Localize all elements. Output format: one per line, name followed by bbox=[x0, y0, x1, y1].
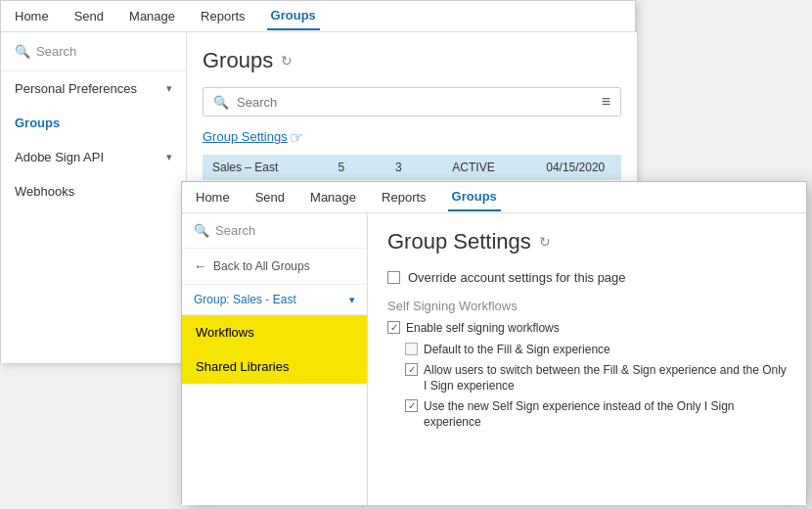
search-input[interactable] bbox=[237, 95, 594, 110]
override-row: Override account settings for this page bbox=[387, 270, 787, 285]
bg-main-title: Groups ↻ bbox=[203, 48, 621, 73]
bg-nav-groups[interactable]: Groups bbox=[267, 2, 320, 30]
back-label: Back to All Groups bbox=[213, 259, 310, 273]
page-title: Groups bbox=[203, 48, 273, 73]
foreground-window: Home Send Manage Reports Groups 🔍 Search… bbox=[181, 181, 807, 504]
new-selfsign-label: Use the new Self Sign experience instead… bbox=[424, 399, 787, 430]
sidebar-item-adobe-sign-api[interactable]: Adobe Sign API ▾ bbox=[1, 140, 186, 174]
search-icon: 🔍 bbox=[194, 223, 209, 238]
back-arrow-icon: ← bbox=[194, 258, 207, 274]
bg-sidebar-search[interactable]: 🔍 Search bbox=[1, 32, 186, 71]
fg-search-label: Search bbox=[215, 223, 255, 238]
fg-left-panel: 🔍 Search ← Back to All Groups Group: Sal… bbox=[182, 213, 368, 505]
chevron-down-icon: ▾ bbox=[349, 294, 355, 306]
fg-nav-groups[interactable]: Groups bbox=[448, 183, 501, 211]
override-label: Override account settings for this page bbox=[408, 270, 626, 285]
chevron-down-icon: ▾ bbox=[166, 82, 172, 95]
back-to-all-groups-button[interactable]: ← Back to All Groups bbox=[182, 249, 367, 285]
fg-right-title: Group Settings ↻ bbox=[387, 229, 787, 254]
override-checkbox[interactable] bbox=[387, 271, 400, 284]
menu-item-shared-libraries[interactable]: Shared Libraries bbox=[182, 349, 367, 384]
refresh-icon[interactable]: ↻ bbox=[281, 53, 293, 69]
bg-top-nav: Home Send Manage Reports Groups bbox=[1, 1, 635, 32]
checkbox-row-enable: ✓ Enable self signing workflows bbox=[387, 321, 787, 337]
bg-nav-manage[interactable]: Manage bbox=[125, 3, 179, 29]
search-icon: 🔍 bbox=[213, 95, 229, 110]
checkbox-row-new-selfsign: ✓ Use the new Self Sign experience inste… bbox=[405, 399, 787, 430]
menu-item-workflows[interactable]: Workflows bbox=[182, 315, 367, 349]
table-cell-count1: 5 bbox=[333, 161, 350, 174]
fg-layout: 🔍 Search ← Back to All Groups Group: Sal… bbox=[182, 213, 806, 505]
sidebar-item-label: Personal Preferences bbox=[15, 81, 137, 96]
bg-nav-home[interactable]: Home bbox=[11, 3, 53, 29]
group-name: Group: Sales - East bbox=[194, 293, 296, 306]
fg-nav-reports[interactable]: Reports bbox=[378, 184, 430, 210]
new-selfsign-checkbox[interactable]: ✓ bbox=[405, 399, 418, 412]
group-label[interactable]: Group: Sales - East ▾ bbox=[182, 285, 367, 315]
allow-checkbox[interactable]: ✓ bbox=[405, 363, 418, 376]
cursor-icon: ☞ bbox=[290, 128, 303, 147]
group-settings-title: Group Settings bbox=[387, 229, 531, 254]
checkbox-row-default: Default to the Fill & Sign experience bbox=[405, 343, 787, 358]
sidebar-item-label: Webhooks bbox=[15, 184, 74, 199]
sidebar-item-label: Adobe Sign API bbox=[15, 150, 104, 164]
chevron-down-icon: ▾ bbox=[166, 151, 172, 163]
allow-label: Allow users to switch between the Fill &… bbox=[424, 363, 787, 393]
fg-nav-send[interactable]: Send bbox=[251, 184, 289, 210]
fg-right-panel: Group Settings ↻ Override account settin… bbox=[368, 213, 806, 505]
bg-sidebar: 🔍 Search Personal Preferences ▾ Groups A… bbox=[1, 32, 187, 363]
table-row: Sales – East 5 3 ACTIVE 04/15/2020 bbox=[203, 155, 621, 180]
fg-nav-manage[interactable]: Manage bbox=[306, 184, 360, 210]
group-settings-link[interactable]: Group Settings☞ bbox=[203, 128, 621, 147]
enable-label: Enable self signing workflows bbox=[406, 321, 560, 337]
checkbox-row-allow: ✓ Allow users to switch between the Fill… bbox=[405, 363, 787, 393]
sidebar-item-groups[interactable]: Groups bbox=[1, 106, 186, 140]
table-cell-name: Sales – East bbox=[212, 161, 293, 174]
sidebar-item-label: Groups bbox=[15, 116, 60, 130]
default-checkbox[interactable] bbox=[405, 343, 418, 355]
fg-search[interactable]: 🔍 Search bbox=[182, 213, 367, 249]
bg-nav-reports[interactable]: Reports bbox=[197, 3, 249, 29]
fg-top-nav: Home Send Manage Reports Groups bbox=[182, 182, 806, 213]
bg-main-search[interactable]: 🔍 ≡ bbox=[203, 87, 621, 116]
enable-checkbox[interactable]: ✓ bbox=[387, 321, 400, 334]
sidebar-item-personal-preferences[interactable]: Personal Preferences ▾ bbox=[1, 71, 186, 106]
table-cell-status: ACTIVE bbox=[446, 161, 500, 174]
bg-nav-send[interactable]: Send bbox=[70, 3, 108, 29]
default-label: Default to the Fill & Sign experience bbox=[424, 343, 610, 358]
hamburger-icon[interactable]: ≡ bbox=[602, 93, 610, 111]
sidebar-item-webhooks[interactable]: Webhooks bbox=[1, 174, 186, 208]
search-icon: 🔍 bbox=[15, 44, 30, 59]
sidebar-search-label: Search bbox=[36, 44, 76, 59]
table-cell-count2: 3 bbox=[389, 161, 407, 174]
fg-nav-home[interactable]: Home bbox=[192, 184, 234, 210]
section-label: Self Signing Workflows bbox=[387, 299, 787, 313]
table-cell-date: 04/15/2020 bbox=[540, 161, 611, 174]
refresh-icon[interactable]: ↻ bbox=[539, 234, 551, 250]
